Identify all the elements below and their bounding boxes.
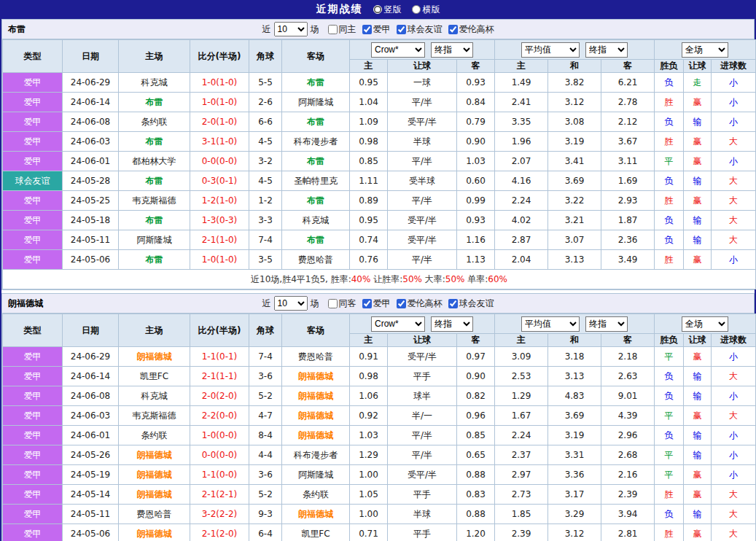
odds-handicap: 平/半 (388, 191, 457, 211)
scope-select[interactable]: 全场 (682, 316, 728, 332)
footer-stat-value: 50% (402, 274, 422, 284)
home-team: 条约联 (119, 112, 190, 132)
avg-away: 2.18 (601, 347, 655, 367)
match-type-badge: 爱甲 (3, 230, 63, 250)
recent-count-select[interactable]: 10 (274, 296, 308, 311)
odds-time-select[interactable]: 终指 (431, 42, 473, 58)
corners: 3-2 (249, 152, 282, 171)
odds-company-select[interactable]: Crow* (371, 42, 425, 58)
odds-handicap: 平/半 (388, 426, 457, 445)
odds-away: 0.96 (457, 406, 495, 426)
result-handicap: 输 (684, 112, 712, 132)
match-type-badge: 爱甲 (3, 347, 63, 367)
filter-checkbox[interactable]: 同主 (328, 23, 356, 36)
avg-time-select[interactable]: 终指 (585, 316, 628, 332)
filter-checkbox[interactable]: 爱伦高杯 (397, 297, 443, 310)
away-team: 朗福德城 (282, 367, 350, 386)
match-date: 24-06-14 (63, 93, 119, 112)
checkbox-input[interactable] (448, 25, 458, 34)
match-row: 爱甲24-05-26朗福德城0-0(0-0)4-4科布漫步者1.29平/半0.6… (3, 445, 756, 465)
match-type-badge: 爱甲 (3, 406, 63, 426)
recent-count-select[interactable]: 10 (274, 22, 308, 36)
filter-checkbox[interactable]: 爱伦高杯 (448, 23, 494, 36)
filter-checkbox[interactable]: 球会友谊 (397, 23, 443, 36)
match-row: 爱甲24-05-11费恩哈普3-2(2-2)9-3朗福德城1.00半球0.881… (3, 505, 756, 524)
result-winlose: 平 (655, 406, 684, 426)
filter-checkboxes: 同客爱甲爱伦高杯球会友谊 (322, 297, 494, 310)
odds-home: 1.00 (350, 505, 388, 524)
result-winlose: 负 (655, 505, 684, 524)
avg-time-select[interactable]: 终指 (585, 42, 628, 58)
score: 1-1(0-1) (190, 347, 249, 367)
radio-vertical-input[interactable] (373, 5, 382, 14)
topbar: 近期战绩 竖版 横版 (1, 0, 755, 19)
result-winlose: 平 (655, 465, 684, 485)
checkbox-label: 爱甲 (373, 297, 391, 310)
score: 0-3(0-1) (190, 171, 249, 191)
corners: 7-4 (249, 230, 282, 250)
footer-stat-value: 50% (445, 274, 465, 284)
away-team: 布雷 (282, 73, 350, 93)
checkbox-input[interactable] (328, 299, 338, 308)
odds-away: 1.03 (457, 152, 495, 171)
score: 2-1(1-0) (190, 230, 249, 250)
odds-home: 1.04 (350, 93, 388, 112)
odds-home: 1.05 (350, 485, 388, 505)
filter-checkbox[interactable]: 爱甲 (362, 23, 391, 36)
match-type-badge: 爱甲 (3, 426, 63, 445)
filter-checkbox[interactable]: 爱甲 (362, 297, 391, 310)
away-team: 条约联 (282, 485, 350, 505)
odds-home: 0.95 (350, 73, 388, 93)
avg-select[interactable]: 平均值 (521, 42, 580, 58)
score: 1-3(0-3) (190, 211, 249, 230)
checkbox-input[interactable] (328, 25, 338, 34)
odds-company-select[interactable]: Crow* (371, 316, 425, 332)
home-team: 费恩哈普 (119, 505, 190, 524)
radio-horizontal-input[interactable] (412, 5, 421, 14)
avg-draw: 3.17 (548, 485, 601, 505)
summary-footer: 近10场,胜4平1负5, 胜率:40% 让胜率:50% 大率:50% 单率:60… (3, 270, 756, 289)
odds-handicap: 平/半 (388, 445, 457, 465)
col-header-odds-away: 客 (457, 60, 495, 73)
filter-checkbox[interactable]: 球会友谊 (448, 297, 494, 310)
match-type-badge: 爱甲 (3, 485, 63, 505)
avg-select[interactable]: 平均值 (521, 316, 580, 332)
radio-horizontal[interactable]: 横版 (412, 4, 440, 16)
radio-vertical[interactable]: 竖版 (373, 4, 402, 16)
odds-home: 1.06 (350, 386, 388, 406)
away-team: 凯里FC (282, 524, 350, 541)
checkbox-input[interactable] (448, 299, 458, 308)
col-header-odds-home: 主 (350, 60, 388, 73)
odds-home: 0.92 (350, 406, 388, 426)
result-goals: 小 (712, 93, 756, 112)
radio-horizontal-label: 横版 (423, 4, 440, 16)
avg-draw: 3.69 (548, 171, 601, 191)
match-date: 24-06-03 (63, 132, 119, 152)
match-type-badge: 爱甲 (3, 386, 63, 406)
home-team: 朗福德城 (119, 347, 190, 367)
scope-select[interactable]: 全场 (682, 42, 728, 58)
away-team: 阿斯隆城 (282, 465, 350, 485)
odds-time-select[interactable]: 终指 (431, 316, 473, 332)
corners: 2-6 (249, 93, 282, 112)
checkbox-input[interactable] (397, 25, 406, 34)
recent-label-suffix: 场 (311, 297, 319, 310)
col-header-winlose: 胜负 (655, 334, 684, 347)
filter-checkbox[interactable]: 同客 (328, 297, 356, 310)
match-type-badge: 爱甲 (3, 367, 63, 386)
corners: 4-4 (249, 445, 282, 465)
avg-home: 3.09 (495, 347, 548, 367)
match-date: 24-06-01 (63, 426, 119, 445)
checkbox-input[interactable] (362, 25, 372, 34)
match-type-badge: 爱甲 (3, 505, 63, 524)
col-header-avg-draw: 和 (548, 60, 601, 73)
match-row: 爱甲24-06-29科克城1-0(1-0)5-5布雷0.95一球0.931.49… (3, 73, 756, 93)
avg-home: 1.67 (495, 406, 548, 426)
score: 1-0(1-0) (190, 250, 249, 270)
result-goals: 大 (712, 211, 756, 230)
result-handicap: 输 (684, 505, 712, 524)
checkbox-input[interactable] (362, 299, 372, 308)
col-header-away: 客场 (282, 40, 350, 73)
footer-stat-label: 单率: (464, 274, 488, 284)
checkbox-input[interactable] (397, 299, 406, 308)
